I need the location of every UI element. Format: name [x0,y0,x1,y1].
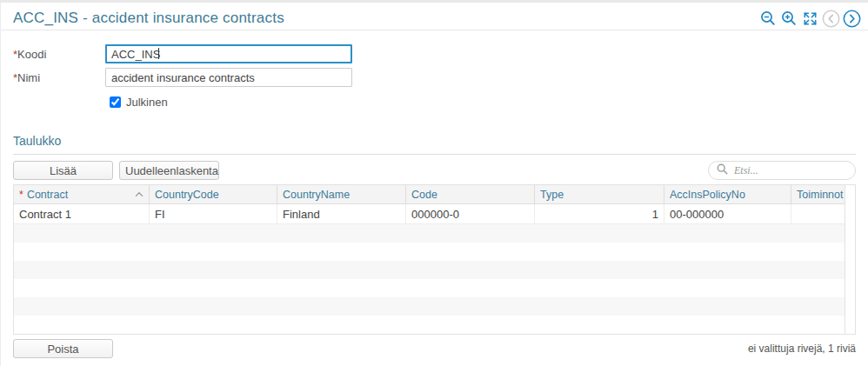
julkinen-label: Julkinen [126,96,168,109]
search-input[interactable] [732,163,847,178]
selection-status: ei valittuja rivejä, 1 riviä [748,343,856,355]
search-box[interactable] [708,161,856,180]
column-header-code[interactable]: Code [406,185,535,203]
empty-row [14,279,845,297]
header-toolbar [759,10,861,28]
table-row[interactable]: Contract 1 FI Finland 000000-0 1 00-0000… [14,204,845,224]
text-cursor [158,48,159,59]
app-window: ACC_INS - accident insurance contracts *… [0,3,868,366]
previous-page-icon[interactable] [822,10,840,28]
empty-row [14,224,845,243]
fullscreen-icon[interactable] [801,10,819,28]
column-header-type[interactable]: Type [535,185,664,203]
koodi-input[interactable] [105,44,352,63]
title-bar: ACC_INS - accident insurance contracts [1,3,868,30]
column-header-toiminnot[interactable]: Toiminnot [791,185,845,203]
table-inner: * Contract CountryCode CountryName Code … [14,185,845,334]
zoom-out-icon[interactable] [759,10,778,28]
cell-type[interactable]: 1 [535,204,664,223]
delete-button[interactable]: Poista [13,339,113,358]
empty-row [14,297,845,316]
section-heading: Taulukko [13,134,868,148]
empty-row [14,316,845,334]
form-row-nimi: *Nimi [1,68,868,87]
cell-code[interactable]: 000000-0 [406,204,535,223]
form-row-julkinen: Julkinen [1,95,868,109]
next-page-icon[interactable] [843,10,861,28]
koodi-label: *Koodi [13,48,105,61]
cell-toiminnot[interactable] [791,204,845,223]
recalculate-button[interactable]: Uudelleenlaskenta [119,161,219,180]
column-header-contract[interactable]: * Contract [14,185,150,203]
record-form: *Koodi *Nimi Julkinen [1,44,868,109]
form-row-koodi: *Koodi [1,44,868,63]
required-mark: * [19,189,23,201]
section-divider [13,154,856,155]
table-toolbar: Lisää Uudelleenlaskenta [13,161,856,180]
page-title: ACC_INS - accident insurance contracts [1,3,868,27]
table-header-row: * Contract CountryCode CountryName Code … [14,185,845,204]
search-icon [717,163,728,178]
table-footer: Poista ei valittuja rivejä, 1 riviä [13,339,856,358]
empty-row [14,261,845,279]
zoom-in-icon[interactable] [780,10,798,28]
column-header-countrycode[interactable]: CountryCode [150,185,277,203]
sort-asc-icon[interactable] [131,191,144,197]
cell-countryname[interactable]: Finland [277,204,406,223]
empty-row [14,243,845,261]
nimi-input[interactable] [105,68,352,87]
column-header-accinspolicyno[interactable]: AccInsPolicyNo [664,185,791,203]
cell-accinspolicyno[interactable]: 00-000000 [664,204,791,223]
nimi-label: *Nimi [13,71,105,84]
koodi-input-wrap [105,44,352,63]
add-button[interactable]: Lisää [13,161,113,180]
julkinen-checkbox[interactable] [110,96,121,108]
cell-countrycode[interactable]: FI [150,204,277,223]
contracts-table: * Contract CountryCode CountryName Code … [13,184,856,335]
cell-contract[interactable]: Contract 1 [14,204,150,223]
column-header-countryname[interactable]: CountryName [277,185,406,203]
